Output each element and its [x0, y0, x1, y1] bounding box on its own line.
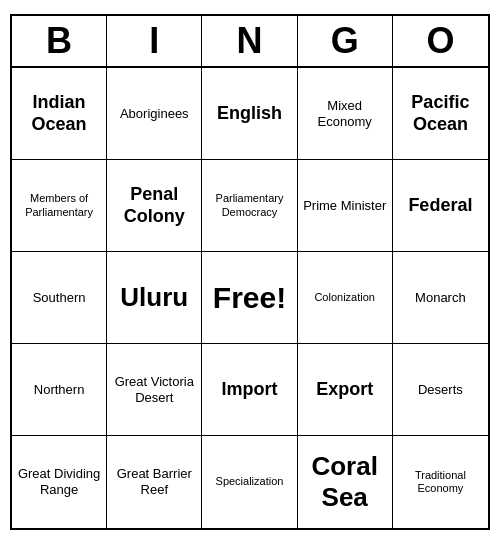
bingo-cell: Penal Colony	[107, 160, 202, 252]
bingo-cell: Southern	[12, 252, 107, 344]
cell-text: Southern	[33, 290, 86, 306]
bingo-grid: Indian OceanAborigineesEnglishMixed Econ…	[12, 68, 488, 528]
cell-text: Traditional Economy	[397, 469, 484, 495]
cell-text: Aboriginees	[120, 106, 189, 122]
bingo-cell: Coral Sea	[298, 436, 393, 528]
cell-text: Import	[221, 379, 277, 401]
cell-text: Specialization	[216, 475, 284, 488]
bingo-cell: Great Dividing Range	[12, 436, 107, 528]
header-letter: N	[202, 16, 297, 66]
cell-text: Colonization	[314, 291, 375, 304]
bingo-cell: Great Victoria Desert	[107, 344, 202, 436]
bingo-cell: Export	[298, 344, 393, 436]
cell-text: Great Barrier Reef	[111, 466, 197, 497]
header-letter: G	[298, 16, 393, 66]
cell-text: Parliamentary Democracy	[206, 192, 292, 218]
header-letter: O	[393, 16, 488, 66]
bingo-cell: Prime Minister	[298, 160, 393, 252]
bingo-cell: English	[202, 68, 297, 160]
bingo-cell: Great Barrier Reef	[107, 436, 202, 528]
cell-text: Mixed Economy	[302, 98, 388, 129]
bingo-cell: Members of Parliamentary	[12, 160, 107, 252]
bingo-cell: Uluru	[107, 252, 202, 344]
header-letter: I	[107, 16, 202, 66]
bingo-cell: Import	[202, 344, 297, 436]
cell-text: Penal Colony	[111, 184, 197, 227]
bingo-cell: Aboriginees	[107, 68, 202, 160]
header-letter: B	[12, 16, 107, 66]
cell-text: Great Victoria Desert	[111, 374, 197, 405]
bingo-cell: Deserts	[393, 344, 488, 436]
bingo-cell: Mixed Economy	[298, 68, 393, 160]
bingo-cell: Colonization	[298, 252, 393, 344]
cell-text: Indian Ocean	[16, 92, 102, 135]
bingo-cell: Indian Ocean	[12, 68, 107, 160]
bingo-card: BINGO Indian OceanAborigineesEnglishMixe…	[10, 14, 490, 530]
cell-text: Prime Minister	[303, 198, 386, 214]
bingo-cell: Traditional Economy	[393, 436, 488, 528]
cell-text: Uluru	[120, 282, 188, 313]
bingo-cell: Specialization	[202, 436, 297, 528]
cell-text: Federal	[408, 195, 472, 217]
bingo-cell: Northern	[12, 344, 107, 436]
cell-text: Coral Sea	[302, 451, 388, 513]
bingo-cell: Free!	[202, 252, 297, 344]
cell-text: Pacific Ocean	[397, 92, 484, 135]
bingo-cell: Monarch	[393, 252, 488, 344]
bingo-cell: Parliamentary Democracy	[202, 160, 297, 252]
cell-text: Export	[316, 379, 373, 401]
bingo-cell: Pacific Ocean	[393, 68, 488, 160]
bingo-header: BINGO	[12, 16, 488, 68]
cell-text: Monarch	[415, 290, 466, 306]
cell-text: Deserts	[418, 382, 463, 398]
cell-text: Free!	[213, 280, 286, 316]
cell-text: Great Dividing Range	[16, 466, 102, 497]
cell-text: Northern	[34, 382, 85, 398]
cell-text: Members of Parliamentary	[16, 192, 102, 218]
cell-text: English	[217, 103, 282, 125]
bingo-cell: Federal	[393, 160, 488, 252]
